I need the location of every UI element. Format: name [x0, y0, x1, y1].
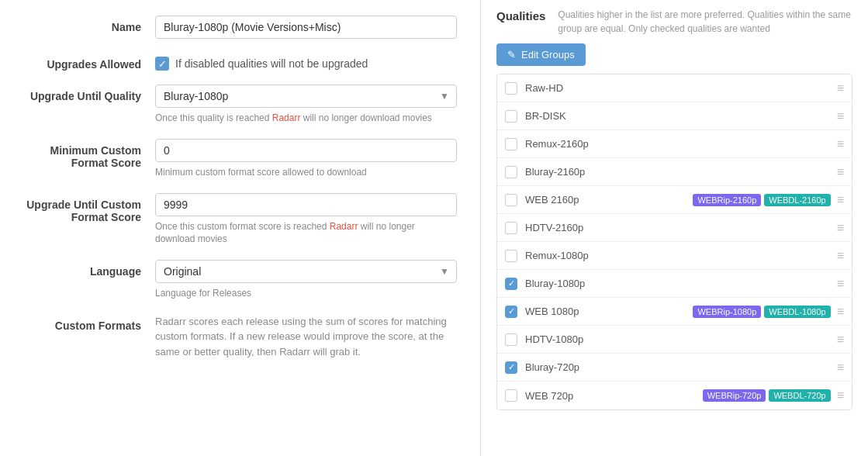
quality-checkbox-8[interactable] — [505, 306, 517, 318]
quality-name: HDTV-2160p — [525, 222, 831, 233]
upgrade-until-custom-row: Upgrade Until Custom Format Score Once t… — [23, 193, 457, 247]
quality-name: Bluray-2160p — [525, 166, 831, 178]
drag-handle-icon[interactable]: ≡ — [837, 333, 844, 347]
qualities-header: Qualities Qualities higher in the list a… — [496, 8, 852, 36]
left-panel: Name Upgrades Allowed ✓ If disabled qual… — [0, 0, 481, 456]
drag-handle-icon[interactable]: ≡ — [837, 109, 844, 123]
quality-tag: WEBRip-2160p — [693, 194, 761, 206]
quality-name: Raw-HD — [525, 82, 831, 94]
quality-tags: WEBRip-720pWEBDL-720p — [703, 389, 831, 402]
name-input-wrap — [155, 16, 457, 39]
quality-name: Bluray-1080p — [525, 278, 831, 289]
quality-checkbox-9[interactable] — [505, 333, 517, 346]
upgrade-until-custom-input[interactable] — [155, 193, 457, 216]
language-hint: Language for Releases — [155, 287, 457, 300]
drag-handle-icon[interactable]: ≡ — [837, 81, 844, 95]
upgrade-until-quality-row: Upgrade Until Quality Bluray-1080p Raw-H… — [23, 85, 457, 125]
hint-text-2: will no longer download movies — [300, 112, 431, 123]
upgrade-until-custom-label: Upgrade Until Custom Format Score — [23, 193, 155, 223]
upgrade-until-quality-select-wrap: Bluray-1080p Raw-HD BR-DISK Remux-2160p … — [155, 85, 457, 108]
custom-hint-text-1: Once this custom format score is reached — [155, 221, 330, 232]
quality-name: Remux-2160p — [525, 138, 831, 150]
drag-handle-icon[interactable]: ≡ — [837, 389, 844, 402]
upgrade-until-quality-label: Upgrade Until Quality — [23, 85, 155, 102]
quality-tag: WEBDL-720p — [769, 389, 830, 402]
drag-handle-icon[interactable]: ≡ — [837, 305, 844, 319]
drag-handle-icon[interactable]: ≡ — [837, 277, 844, 291]
quality-name: WEB 720p — [525, 390, 703, 402]
min-custom-format-label: Minimum Custom Format Score — [23, 139, 155, 169]
quality-item: Raw-HD≡ — [497, 74, 852, 102]
min-custom-format-hint: Minimum custom format score allowed to d… — [155, 166, 457, 179]
quality-item: WEB 2160pWEBRip-2160pWEBDL-2160p≡ — [497, 186, 852, 214]
quality-checkbox-1[interactable] — [505, 110, 517, 123]
quality-name: BR-DISK — [525, 110, 831, 122]
quality-checkbox-6[interactable] — [505, 250, 517, 262]
min-custom-format-wrap: Minimum custom format score allowed to d… — [155, 139, 457, 179]
quality-checkbox-3[interactable] — [505, 166, 517, 178]
quality-checkbox-4[interactable] — [505, 194, 517, 206]
checkmark-icon: ✓ — [158, 59, 167, 69]
quality-item: HDTV-1080p≡ — [497, 326, 852, 354]
upgrades-allowed-row: Upgrades Allowed ✓ If disabled qualities… — [23, 53, 457, 71]
drag-handle-icon[interactable]: ≡ — [837, 137, 844, 151]
drag-handle-icon[interactable]: ≡ — [837, 193, 844, 207]
quality-item: Remux-1080p≡ — [497, 242, 852, 270]
upgrade-until-quality-wrap: Bluray-1080p Raw-HD BR-DISK Remux-2160p … — [155, 85, 457, 125]
quality-item: Bluray-2160p≡ — [497, 158, 852, 186]
quality-item: Bluray-1080p≡ — [497, 270, 852, 298]
radarr-text-1: Radarr — [272, 112, 301, 123]
custom-formats-row: Custom Formats Radarr scores each releas… — [23, 314, 457, 360]
qualities-title: Qualities — [496, 8, 545, 22]
quality-tags: WEBRip-1080pWEBDL-1080p — [693, 306, 830, 318]
upgrade-until-custom-wrap: Once this custom format score is reached… — [155, 193, 457, 247]
quality-item: WEB 1080pWEBRip-1080pWEBDL-1080p≡ — [497, 298, 852, 326]
quality-item: Remux-2160p≡ — [497, 130, 852, 158]
upgrade-until-custom-hint: Once this custom format score is reached… — [155, 220, 457, 247]
upgrades-allowed-label: Upgrades Allowed — [23, 53, 155, 71]
quality-tag: WEBRip-720p — [703, 389, 766, 402]
upgrade-until-quality-hint: Once this quality is reached Radarr will… — [155, 112, 457, 125]
quality-item: Bluray-720p≡ — [497, 354, 852, 382]
name-label: Name — [23, 16, 155, 33]
drag-handle-icon[interactable]: ≡ — [837, 165, 844, 179]
upgrades-allowed-hint: If disabled qualities will not be upgrad… — [175, 57, 368, 70]
edit-groups-label: Edit Groups — [521, 49, 575, 60]
language-label: Language — [23, 260, 155, 278]
quality-name: Remux-1080p — [525, 250, 831, 261]
language-row: Language Original English French German … — [23, 260, 457, 300]
drag-handle-icon[interactable]: ≡ — [837, 249, 844, 263]
quality-checkbox-2[interactable] — [505, 138, 517, 150]
name-input[interactable] — [155, 16, 457, 39]
quality-checkbox-11[interactable] — [505, 389, 517, 402]
quality-checkbox-10[interactable] — [505, 361, 517, 374]
language-select[interactable]: Original English French German Spanish — [155, 260, 457, 283]
upgrade-until-quality-select[interactable]: Bluray-1080p Raw-HD BR-DISK Remux-2160p … — [155, 85, 457, 108]
edit-groups-button[interactable]: ✎ Edit Groups — [496, 43, 586, 66]
quality-checkbox-0[interactable] — [505, 82, 517, 95]
qualities-hint: Qualities higher in the list are more pr… — [558, 8, 852, 36]
upgrades-allowed-checkbox[interactable]: ✓ — [155, 57, 169, 71]
radarr-text-2: Radarr — [330, 221, 358, 232]
upgrades-allowed-wrap: ✓ If disabled qualities will not be upgr… — [155, 53, 457, 71]
quality-tag: WEBDL-1080p — [764, 306, 830, 318]
quality-tags: WEBRip-2160pWEBDL-2160p — [693, 194, 830, 206]
quality-list: Raw-HD≡BR-DISK≡Remux-2160p≡Bluray-2160p≡… — [496, 74, 852, 410]
quality-item: BR-DISK≡ — [497, 102, 852, 130]
quality-name: WEB 2160p — [525, 194, 693, 206]
quality-name: WEB 1080p — [525, 306, 693, 317]
hint-text-1: Once this quality is reached — [155, 112, 272, 123]
edit-groups-icon: ✎ — [507, 49, 516, 60]
quality-checkbox-7[interactable] — [505, 278, 517, 290]
min-custom-format-input[interactable] — [155, 139, 457, 162]
quality-checkbox-5[interactable] — [505, 222, 517, 234]
name-row: Name — [23, 16, 457, 39]
quality-item: WEB 720pWEBRip-720pWEBDL-720p≡ — [497, 382, 852, 409]
right-panel: Qualities Qualities higher in the list a… — [481, 0, 868, 456]
custom-formats-hint: Radarr scores each release using the sum… — [155, 314, 457, 360]
drag-handle-icon[interactable]: ≡ — [837, 361, 844, 375]
quality-item: HDTV-2160p≡ — [497, 214, 852, 242]
min-custom-format-row: Minimum Custom Format Score Minimum cust… — [23, 139, 457, 179]
drag-handle-icon[interactable]: ≡ — [837, 221, 844, 235]
quality-tag: WEBRip-1080p — [693, 306, 761, 318]
